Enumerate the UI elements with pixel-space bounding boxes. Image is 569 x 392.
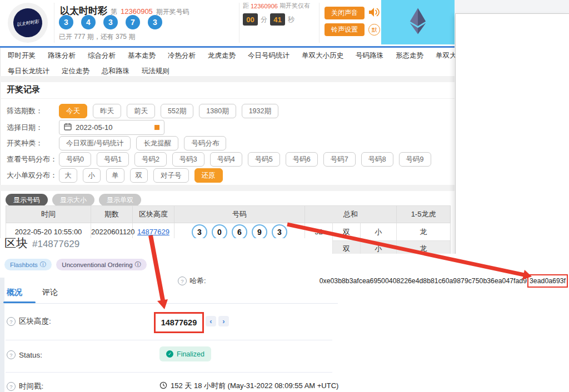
even-button[interactable]: 双: [130, 168, 148, 183]
filter-1932-button[interactable]: 1932期: [242, 104, 278, 118]
block-height-label-text: 区块高度:: [19, 316, 51, 326]
check-icon: ✓: [166, 350, 173, 358]
big-button[interactable]: 大: [59, 168, 77, 183]
tab-comments[interactable]: 评论: [42, 288, 58, 298]
filter-row-date: 选择日期： 2022-05-10: [7, 120, 164, 135]
nav-item[interactable]: 综合分析: [88, 51, 116, 61]
odd-button[interactable]: 单: [106, 168, 124, 183]
pairs-button[interactable]: 对子号: [153, 168, 189, 183]
number-8-button[interactable]: 号码8: [361, 152, 393, 167]
kind-streak-button[interactable]: 长龙提醒: [136, 136, 178, 150]
block-title-text: 区块: [4, 235, 28, 251]
nav-item[interactable]: 龙虎走势: [208, 51, 236, 61]
kind-twosided-button[interactable]: 今日双面/号码统计: [59, 136, 131, 150]
show-numbers-button[interactable]: 显示号码: [6, 194, 48, 206]
number-7-button[interactable]: 号码7: [323, 152, 356, 167]
annotation-box-block-height: 14877629: [154, 312, 204, 333]
divider: [0, 303, 338, 304]
number-9-button[interactable]: 号码9: [399, 152, 431, 167]
cell-parity: 双: [333, 223, 361, 241]
ring-settings-button[interactable]: 铃声设置: [325, 23, 365, 36]
number-1-button[interactable]: 号码1: [97, 152, 129, 167]
ordering-badge-label: Unconventional Ordering: [62, 262, 132, 268]
filter-1380-button[interactable]: 1380期: [199, 104, 236, 118]
show-bigsmall-button[interactable]: 显示大小: [52, 194, 94, 206]
nav-item[interactable]: 冷热分析: [168, 51, 196, 61]
col-dragon-tiger: 1-5龙虎: [397, 206, 451, 223]
filter-label: 查看号码分布：: [7, 154, 59, 164]
kind-distribution-button[interactable]: 号码分布: [184, 136, 226, 150]
hash-main-text: 0xe03b8b3afcea69500408226e4d8b81c60a9879…: [320, 277, 527, 285]
nav-item[interactable]: 总和路珠: [102, 67, 129, 76]
number-6-button[interactable]: 号码6: [286, 152, 318, 167]
number-3-button[interactable]: 号码3: [172, 152, 204, 167]
number-ball: 3: [103, 15, 118, 29]
reset-button[interactable]: 还原: [194, 168, 223, 183]
site-header: 以太时时彩 以太时时彩 第 12360905 期开奖号码 3 4 3 7 3 已…: [0, 0, 455, 46]
hash-label-text: 哈希:: [189, 276, 206, 286]
filter-label: 选择日期：: [7, 123, 59, 133]
number-4-button[interactable]: 号码4: [210, 152, 242, 167]
info-icon: ⓘ: [135, 260, 142, 269]
filter-today-button[interactable]: 今天: [59, 104, 87, 118]
divider: [239, 3, 239, 43]
tab-overview[interactable]: 概况: [7, 288, 22, 298]
seconds-unit: 秒: [288, 15, 295, 24]
previous-block-button[interactable]: ‹: [206, 316, 216, 326]
next-block-button[interactable]: ›: [218, 316, 229, 326]
next-issue-number: 12360906: [251, 3, 278, 9]
countdown-caption: 距 12360906 期开奖仅有: [243, 2, 310, 10]
small-button[interactable]: 小: [83, 168, 101, 183]
date-picker-input[interactable]: 2022-05-10: [59, 120, 164, 135]
nav-item[interactable]: 每日长龙统计: [8, 67, 49, 76]
number-ball: 3: [272, 224, 287, 240]
countdown-timer: 00 分 41 秒: [243, 13, 295, 26]
annotation-box-hash-tail: 3ead0a693f: [527, 274, 568, 288]
close-sound-button[interactable]: 关闭声音: [325, 7, 365, 19]
explorer-left-gutter: [0, 278, 4, 392]
nav-item[interactable]: 定位走势: [62, 67, 89, 76]
number-ball: 3: [148, 15, 162, 29]
table-header-row: 时间 期数 区块高度 号码 总和 1-5龙虎: [6, 206, 451, 223]
flashbots-badge-label: Flashbots: [10, 262, 38, 268]
nav-item[interactable]: 今日号码统计: [248, 51, 290, 61]
filter-daybefore-button[interactable]: 前天: [127, 104, 155, 118]
nav-row-1: 即时开奖 路珠分析 综合分析 基本走势 冷热分析 龙虎走势 今日号码统计 单双大…: [8, 51, 452, 61]
col-issue: 期数: [91, 206, 133, 223]
block-height-link[interactable]: 14877629: [137, 228, 169, 236]
status-row-label: ? Status:: [7, 350, 42, 359]
chevron-right-icon: ›: [222, 317, 224, 325]
nav-item[interactable]: 形态走势: [396, 51, 423, 61]
display-mode-buttons: 显示号码 显示大小 显示单双: [6, 194, 141, 206]
nav-item[interactable]: 玩法规则: [142, 67, 169, 76]
info-icon: ⓘ: [40, 260, 47, 269]
show-oddeven-button[interactable]: 显示单双: [99, 194, 141, 206]
nav-item[interactable]: 即时开奖: [8, 51, 36, 61]
nav-item[interactable]: 号码路珠: [356, 51, 383, 61]
status-label-text: Status:: [19, 351, 42, 359]
ordering-badge[interactable]: Unconventional Ordering ⓘ: [56, 259, 147, 270]
nav-item[interactable]: 基本走势: [128, 51, 156, 61]
number-2-button[interactable]: 号码2: [134, 152, 167, 167]
timestamp-value-row: 152 天 18 小时前 (May-31-2022 08:09:55 AM +U…: [159, 381, 338, 391]
speaker-icon[interactable]: [368, 7, 380, 19]
calendar-icon: [64, 123, 72, 133]
help-icon: ?: [7, 350, 16, 359]
filter-yesterday-button[interactable]: 昨天: [93, 104, 121, 118]
nav-item[interactable]: 路珠分析: [48, 51, 76, 61]
ethereum-banner: [381, 0, 455, 44]
block-height-value: 14877629: [161, 318, 197, 327]
nav-item[interactable]: 单双大小历史: [302, 51, 343, 61]
site-logo[interactable]: 以太时时彩: [8, 3, 48, 43]
number-5-button[interactable]: 号码5: [248, 152, 280, 167]
flashbots-badge[interactable]: Flashbots ⓘ: [4, 259, 52, 270]
filter-552-button[interactable]: 552期: [161, 104, 193, 118]
right-panel-top-strip: [455, 0, 569, 13]
number-0-button[interactable]: 号码0: [59, 152, 91, 167]
number-ball: 4: [81, 15, 96, 29]
help-icon: ?: [7, 382, 16, 391]
number-ball: 3: [59, 15, 73, 29]
minutes-unit: 分: [261, 15, 267, 24]
col-sum: 总和: [305, 206, 397, 223]
records-section-title: 开奖记录: [7, 84, 40, 95]
